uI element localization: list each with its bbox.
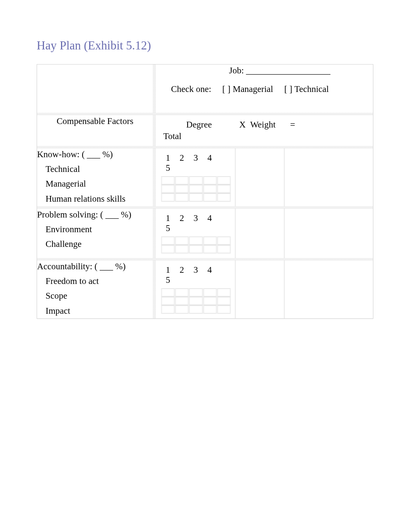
weight-header: Weight (250, 120, 276, 129)
weight-cell[interactable] (235, 260, 285, 318)
vertical-divider (153, 65, 156, 113)
total-cell[interactable] (285, 260, 373, 318)
hay-plan-table: Job: ___________________ Check one: [ ] … (37, 64, 373, 319)
weight-cell[interactable] (235, 148, 285, 206)
managerial-checkbox[interactable]: [ ] Managerial (222, 84, 273, 94)
vertical-divider (153, 260, 156, 318)
input-grid[interactable] (161, 288, 231, 314)
factor-knowhow-values: 1234 5 (156, 148, 373, 206)
subfactor: Impact (37, 305, 153, 317)
subfactor: Human relations skills (37, 193, 153, 205)
factor-name: Know-how: ( ___ %) (37, 148, 153, 161)
degree-scale: 1234 (161, 153, 231, 163)
total-cell[interactable] (285, 209, 373, 258)
vertical-divider (153, 115, 156, 146)
vertical-divider (153, 148, 156, 206)
x-header: X (239, 120, 246, 129)
degree-scale: 5 (161, 163, 231, 173)
subfactor: Freedom to act (37, 275, 153, 287)
equals-header: = (290, 120, 295, 129)
vertical-divider (153, 209, 156, 258)
factor-accountability: Accountability: ( ___ %) Freedom to act … (37, 260, 153, 318)
factor-knowhow: Know-how: ( ___ %) Technical Managerial … (37, 148, 153, 206)
degree-scale: 1234 (161, 213, 231, 223)
check-one-label: Check one: (171, 84, 211, 94)
degree-scale: 5 (161, 275, 231, 285)
header-right: Job: ___________________ Check one: [ ] … (156, 65, 373, 113)
header-left-blank (37, 65, 153, 113)
input-grid[interactable] (161, 176, 231, 202)
subfactor: Technical (37, 163, 153, 175)
factor-accountability-values: 1234 5 (156, 260, 373, 318)
factor-name: Accountability: ( ___ %) (37, 260, 153, 273)
factor-problemsolving-values: 1234 5 (156, 209, 373, 258)
subfactor: Managerial (37, 178, 153, 190)
job-label[interactable]: Job: ___________________ (229, 66, 330, 75)
subfactor: Scope (37, 290, 153, 302)
weight-cell[interactable] (235, 209, 285, 258)
degree-scale: 5 (161, 223, 231, 233)
page-title: Hay Plan (Exhibit 5.12) (37, 39, 373, 53)
subfactor: Challenge (37, 238, 153, 250)
degree-header: Degree (163, 120, 235, 130)
compensable-factors-header: Compensable Factors (37, 115, 153, 146)
degree-scale: 1234 (161, 265, 231, 275)
technical-checkbox[interactable]: [ ] Technical (284, 84, 329, 94)
input-grid[interactable] (161, 236, 231, 253)
factor-name: Problem solving: ( ___ %) (37, 209, 153, 221)
factor-problemsolving: Problem solving: ( ___ %) Environment Ch… (37, 209, 153, 258)
factors-header-text: Compensable Factors (57, 116, 134, 126)
total-header: Total (163, 131, 235, 141)
columns-header: Degree Total X Weight = (156, 115, 373, 146)
total-cell[interactable] (285, 148, 373, 206)
subfactor: Environment (37, 223, 153, 236)
